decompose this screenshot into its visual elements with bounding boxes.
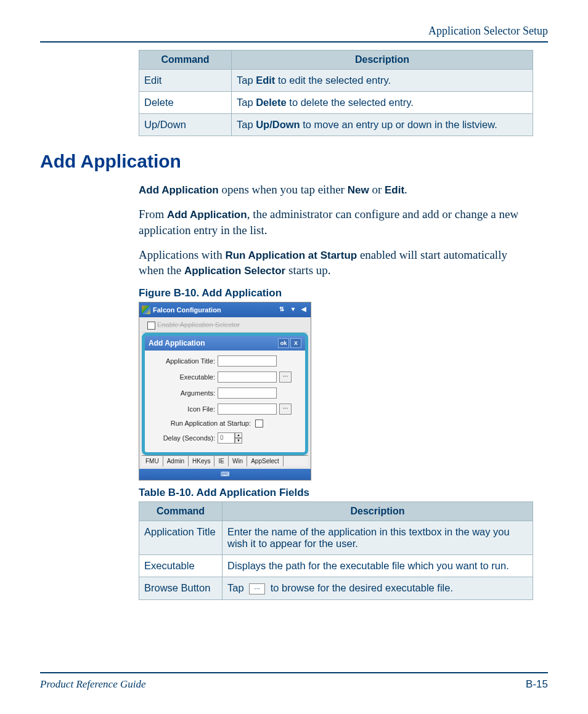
add-application-panel: Add Application ok X Application Title: … (142, 333, 308, 455)
cmd-updown: Up/Down (139, 114, 232, 136)
config-tabs: FMU Admin HKeys IE Win AppSelect (142, 455, 308, 466)
tab-fmu[interactable]: FMU (142, 456, 163, 466)
antenna-icon[interactable]: ▾ (288, 306, 297, 314)
enable-selector-checkbox[interactable] (147, 322, 155, 330)
col-command: Command (139, 501, 223, 521)
cmd-delete: Delete (139, 92, 232, 114)
header-rule (40, 41, 548, 43)
label-delay: Delay (Seconds): (149, 434, 218, 442)
ok-button[interactable]: ok (278, 338, 289, 348)
label-arguments: Arguments: (149, 389, 218, 397)
figure-caption: Figure B-10. Add Application (139, 287, 533, 299)
col-description: Description (232, 51, 533, 70)
label-executable: Executable: (149, 373, 218, 381)
speaker-icon[interactable]: ◀ (300, 306, 308, 314)
para-2: From Add Application, the administrator … (139, 206, 533, 238)
commands-table: Command Description Edit Tap Edit to edi… (139, 50, 533, 136)
run-startup-checkbox[interactable] (255, 420, 263, 428)
input-app-title[interactable] (218, 355, 277, 367)
input-icon-file[interactable] (218, 404, 277, 415)
delay-value[interactable]: 0 (218, 432, 235, 444)
browse-executable-button[interactable]: ··· (279, 371, 292, 383)
cmd-edit: Edit (139, 70, 232, 92)
field-app-title: Application Title (139, 521, 223, 554)
signal-icon[interactable]: ⇅ (277, 306, 286, 314)
panel-title: Add Application (149, 339, 205, 347)
footer-title: Product Reference Guide (40, 678, 146, 691)
table-caption: Table B-10. Add Application Fields (139, 487, 533, 499)
window-titlebar[interactable]: Falcon Configuration ⇅ ▾ ◀ (139, 302, 311, 317)
desc-browse: Tap ··· to browse for the desired execut… (223, 577, 533, 599)
table-row: Browse Button Tap ··· to browse for the … (139, 577, 533, 599)
tab-hkeys[interactable]: HKeys (189, 456, 214, 466)
spin-up-icon[interactable]: ▲ (235, 432, 242, 438)
tab-appselect[interactable]: AppSelect (247, 456, 284, 466)
desc-edit: Tap Edit to edit the selected entry. (232, 70, 533, 92)
spin-down-icon[interactable]: ▼ (235, 438, 242, 444)
tab-admin[interactable]: Admin (163, 456, 189, 466)
page-header: Application Selector Setup (40, 25, 548, 41)
table-row: Application Title Enter the name of the … (139, 521, 533, 554)
table-row: Executable Displays the path for the exe… (139, 554, 533, 577)
page-footer: Product Reference Guide B-15 (40, 672, 548, 691)
tab-ie[interactable]: IE (214, 456, 228, 466)
desc-updown: Tap Up/Down to move an entry up or down … (232, 114, 533, 136)
table-row: Edit Tap Edit to edit the selected entry… (139, 70, 533, 92)
para-3: Applications with Run Application at Sta… (139, 247, 533, 279)
fields-table: Command Description Application Title En… (139, 501, 533, 600)
col-description: Description (223, 501, 533, 521)
background-checkbox-row: Enable Application Selector (142, 320, 308, 333)
screenshot-add-application: Falcon Configuration ⇅ ▾ ◀ Enable Applic… (139, 302, 311, 481)
label-app-title: Application Title: (149, 357, 218, 365)
col-command: Command (139, 51, 232, 70)
desc-executable: Displays the path for the executable fil… (223, 554, 533, 577)
desc-delete: Tap Delete to delete the selected entry. (232, 92, 533, 114)
start-flag-icon[interactable] (142, 306, 150, 314)
close-button[interactable]: X (290, 338, 301, 348)
sip-bar[interactable]: ⌨ (139, 469, 311, 480)
input-executable[interactable] (218, 371, 277, 383)
window-title: Falcon Configuration (153, 306, 221, 314)
label-icon-file: Icon File: (149, 405, 218, 413)
table-row: Up/Down Tap Up/Down to move an entry up … (139, 114, 533, 136)
page-number: B-15 (526, 678, 548, 691)
tab-win[interactable]: Win (229, 456, 247, 466)
browse-icon-button[interactable]: ··· (279, 404, 292, 415)
heading-add-application: Add Application (40, 151, 548, 172)
input-arguments[interactable] (218, 387, 277, 399)
label-run-startup: Run Application at Startup: (149, 420, 253, 427)
field-executable: Executable (139, 554, 223, 577)
field-browse: Browse Button (139, 577, 223, 599)
table-row: Delete Tap Delete to delete the selected… (139, 92, 533, 114)
desc-app-title: Enter the name of the application in thi… (223, 521, 533, 554)
browse-icon: ··· (249, 583, 265, 594)
para-1: Add Application opens when you tap eithe… (139, 182, 533, 198)
